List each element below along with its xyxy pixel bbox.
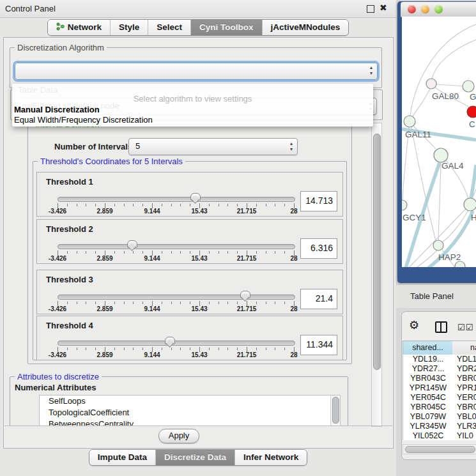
table-row[interactable]: YLR345WYLR3 — [403, 422, 476, 431]
tick-label: 21.715 — [237, 351, 257, 358]
tab-label: Discretize Data — [164, 452, 226, 462]
scrollbar-thumb[interactable] — [332, 397, 339, 424]
tab-discretize-data[interactable]: Discretize Data — [155, 450, 234, 465]
tab-jactivemnodules[interactable]: jActiveMNodules — [262, 20, 349, 35]
network-node-gal80 — [426, 79, 436, 89]
tick — [133, 251, 134, 254]
tick — [142, 204, 143, 206]
tick — [67, 204, 68, 206]
threshold-slider-track[interactable] — [58, 244, 295, 249]
tick — [275, 348, 275, 350]
cell-shared-name: YBL079W — [403, 412, 453, 421]
threshold-value-field[interactable]: 14.713 — [300, 191, 337, 211]
tick — [95, 204, 96, 206]
top-tab-bar: NetworkStyleSelectCyni ToolboxjActiveMNo… — [0, 19, 396, 36]
tick-label: 15.43 — [191, 208, 207, 215]
attribute-item-selfloops[interactable]: SelfLoops — [40, 395, 340, 407]
table-row[interactable]: YDR27...YDR2 — [403, 364, 476, 374]
mac-close-button[interactable] — [408, 5, 416, 13]
table-horizontal-scrollbar[interactable] — [403, 444, 476, 454]
mac-minimize-button[interactable] — [421, 5, 429, 13]
attributes-list-scrollbar[interactable] — [330, 395, 339, 426]
tick — [256, 204, 257, 206]
table-row[interactable]: YBL079WYBL0 — [403, 412, 476, 422]
tab-impute-data[interactable]: Impute Data — [89, 450, 155, 465]
dropdown-option-equal-width[interactable]: Equal Width/Frequency Discretization — [14, 115, 153, 125]
threshold-slider-track[interactable] — [58, 197, 295, 202]
threshold-slider-track[interactable] — [58, 341, 295, 346]
network-edge-thick — [471, 165, 476, 199]
tab-style[interactable]: Style — [110, 20, 148, 35]
tab-infer-network[interactable]: Infer Network — [234, 450, 307, 465]
threshold-label: Threshold 4 — [46, 321, 93, 330]
threshold-slider-handle[interactable] — [165, 337, 175, 344]
network-graph: GAL80GALCGAL11GAL4GCY1HAHAP2 — [402, 17, 476, 267]
network-edge — [410, 24, 476, 116]
attribute-item-topologicalcoefficient[interactable]: TopologicalCoefficient — [40, 407, 340, 418]
threshold-value-field[interactable]: 11.344 — [300, 335, 337, 355]
algorithm-combobox[interactable]: ▴▾ — [15, 63, 378, 80]
threshold-value: 6.316 — [311, 243, 333, 253]
threshold-slider-handle[interactable] — [240, 291, 250, 298]
mac-zoom-button[interactable] — [434, 5, 443, 13]
close-icon[interactable]: ✖ — [380, 3, 387, 13]
split-columns-icon[interactable] — [435, 321, 447, 333]
apply-button[interactable]: Apply — [158, 429, 199, 443]
top-tabs-group: NetworkStyleSelectCyni ToolboxjActiveMNo… — [47, 19, 349, 36]
number-of-intervals-combobox[interactable]: 5 ▴▾ — [128, 138, 298, 155]
tick — [67, 348, 68, 350]
tick-label: 21.715 — [237, 305, 257, 312]
network-node-label: C — [469, 119, 475, 129]
table-row[interactable]: YPR145WYPR1 — [403, 383, 476, 393]
table-row[interactable]: YBR045CYBR0 — [403, 403, 476, 412]
thresholds-group-label: Threshold's Coordinates for 5 Intervals — [38, 157, 185, 166]
table-row[interactable]: YBR043CYBR0 — [403, 374, 476, 383]
tab-label: Select — [157, 22, 182, 32]
scrollbar-thumb[interactable] — [373, 134, 381, 370]
tab-select[interactable]: Select — [148, 20, 190, 35]
threshold-value-field[interactable]: 21.4 — [300, 289, 337, 309]
column-header-name[interactable]: na — [452, 341, 476, 355]
threshold-slider-handle[interactable] — [190, 193, 201, 201]
cell-name: YIL0 — [457, 431, 476, 440]
tick — [142, 251, 143, 254]
threshold-slider-track[interactable] — [58, 295, 295, 300]
tick — [284, 302, 285, 304]
tick — [77, 204, 77, 206]
scrollbar-thumb[interactable] — [405, 446, 475, 453]
table-row[interactable]: YER054CYER0 — [403, 393, 476, 403]
tick — [190, 251, 190, 254]
attribute-item-betweennesscentrality[interactable]: BetweennessCentrality — [40, 418, 340, 426]
table-row[interactable]: YDL19...YDL1 — [403, 355, 476, 364]
threshold-value: 21.4 — [316, 293, 333, 303]
tick — [114, 204, 115, 206]
numerical-attributes-list[interactable]: SelfLoopsTopologicalCoefficientBetweenne… — [39, 395, 341, 426]
dropdown-option-manual[interactable]: Manual Discretization — [14, 105, 100, 114]
threshold-slider-handle[interactable] — [127, 240, 137, 248]
tab-label: jActiveMNodules — [271, 22, 341, 32]
network-window-titlebar[interactable] — [401, 2, 476, 17]
tick — [219, 348, 219, 350]
settings-vertical-scrollbar[interactable] — [371, 123, 382, 427]
tick — [67, 302, 68, 304]
tab-network[interactable]: Network — [48, 20, 110, 35]
gear-icon[interactable]: ⚙ — [409, 318, 419, 332]
tick-label: 2.859 — [96, 305, 112, 312]
tab-cyni-toolbox[interactable]: Cyni Toolbox — [190, 20, 262, 35]
checkbox-icons[interactable]: ☑☑ — [457, 323, 473, 332]
float-window-icon[interactable] — [367, 5, 374, 13]
tick — [171, 204, 172, 206]
tick — [266, 348, 266, 350]
tick — [209, 302, 210, 304]
column-header-shared-name[interactable]: shared... — [403, 341, 453, 355]
bottom-tab-bar: Impute DataDiscretize DataInfer Network — [0, 449, 396, 466]
tick — [266, 302, 266, 304]
network-node-label: HAP2 — [438, 252, 461, 262]
tick — [124, 348, 125, 350]
table-rows: YDL19...YDL1YDR27...YDR2YBR043CYBR0YPR14… — [403, 355, 476, 440]
threshold-value-field[interactable]: 6.316 — [300, 238, 337, 259]
cell-shared-name: YER054C — [403, 393, 453, 402]
table-row[interactable]: YIL052CYIL0 — [403, 431, 476, 440]
threshold-box-4: Threshold 4-3.4262.8599.14415.4321.71528… — [36, 316, 343, 360]
network-canvas[interactable]: GAL80GALCGAL11GAL4GCY1HAHAP2 — [402, 17, 476, 267]
